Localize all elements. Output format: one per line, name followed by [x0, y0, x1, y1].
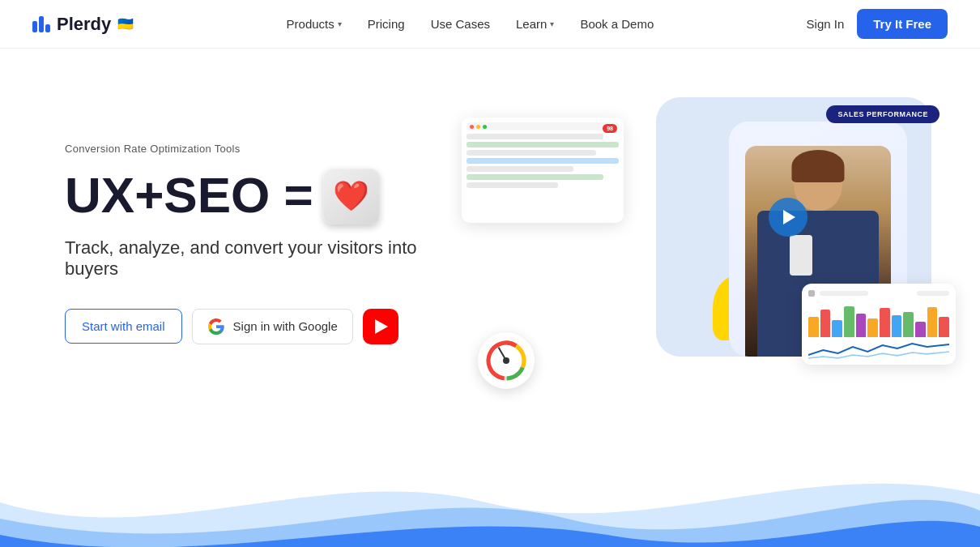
- header: Plerdy 🇺🇦 Products ▾ Pricing Use Cases L…: [0, 0, 980, 49]
- google-icon: [207, 318, 225, 335]
- line-chart: [808, 340, 949, 361]
- gauge-svg: [484, 338, 529, 383]
- ac-value: [917, 291, 949, 296]
- bar2: [39, 16, 44, 32]
- dot-green: [483, 125, 487, 129]
- sc-line2: [467, 142, 619, 147]
- bar7: [880, 308, 890, 337]
- bar10: [915, 322, 926, 337]
- bar4: [844, 306, 854, 337]
- hero-headline: UX+SEO = ❤️: [65, 168, 462, 224]
- bar1: [32, 21, 37, 32]
- bar-chart: [808, 300, 949, 340]
- nav-learn[interactable]: Learn ▾: [506, 11, 564, 37]
- gauge-card: [478, 332, 535, 389]
- nav-use-cases[interactable]: Use Cases: [421, 11, 500, 37]
- sc-line4: [467, 158, 619, 164]
- sign-in-google-button[interactable]: Sign in with Google: [192, 309, 353, 344]
- hero-illustration: 98 SALES PERFORMANCE: [462, 113, 915, 373]
- line-chart-svg: [808, 340, 949, 361]
- header-actions: Sign In Try It Free: [807, 9, 948, 39]
- ac-label: [820, 291, 868, 296]
- bar3: [45, 24, 50, 32]
- ac-header: [808, 290, 949, 297]
- chevron-down-icon: ▾: [550, 19, 554, 28]
- analytics-card: [802, 284, 956, 365]
- hero-tagline: Track, analyze, and convert your visitor…: [65, 237, 462, 280]
- logo[interactable]: Plerdy 🇺🇦: [32, 14, 134, 35]
- heart-key-icon: ❤️: [323, 168, 380, 224]
- bar11: [927, 307, 938, 337]
- bar9: [903, 312, 914, 338]
- sc-line6: [467, 174, 603, 180]
- bar12: [939, 317, 949, 337]
- logo-text: Plerdy: [57, 14, 111, 35]
- main-nav: Products ▾ Pricing Use Cases Learn ▾ Boo…: [277, 11, 664, 37]
- nav-products[interactable]: Products ▾: [277, 11, 352, 37]
- score-badge: 98: [603, 124, 617, 133]
- logo-icon: [32, 16, 50, 32]
- bar6: [867, 318, 878, 337]
- sign-in-link[interactable]: Sign In: [807, 17, 845, 31]
- sc-line3: [467, 150, 596, 156]
- bar8: [892, 315, 902, 337]
- play-triangle-icon: [783, 210, 795, 224]
- dot-red: [470, 125, 474, 129]
- bar3: [832, 320, 842, 337]
- sc-line7: [467, 182, 558, 188]
- bar1: [808, 317, 819, 337]
- play-icon: [375, 319, 388, 334]
- start-email-button[interactable]: Start with email: [65, 309, 182, 344]
- nav-pricing[interactable]: Pricing: [358, 11, 415, 37]
- play-button[interactable]: [769, 198, 807, 237]
- sc-header: [467, 122, 619, 130]
- hero-section: Conversion Rate Optimization Tools UX+SE…: [0, 49, 980, 438]
- bar5: [856, 314, 867, 337]
- screenshot-card: 98: [462, 118, 624, 223]
- sc-line5: [467, 166, 573, 172]
- hero-subtitle: Conversion Rate Optimization Tools: [65, 143, 462, 155]
- svg-point-5: [503, 357, 509, 364]
- logo-flag: 🇺🇦: [117, 16, 134, 32]
- nav-book-demo[interactable]: Book a Demo: [570, 11, 663, 37]
- hero-content: Conversion Rate Optimization Tools UX+SE…: [65, 143, 462, 344]
- sales-performance-badge: SALES PERFORMANCE: [826, 105, 940, 123]
- bar2: [820, 310, 831, 337]
- dot-yellow: [476, 125, 480, 129]
- sc-line1: [467, 134, 603, 139]
- wave-svg: [0, 438, 980, 547]
- try-free-button[interactable]: Try It Free: [857, 9, 948, 39]
- youtube-button[interactable]: [363, 309, 398, 344]
- ac-icon: [808, 290, 815, 297]
- hero-buttons: Start with email Sign in with Google: [65, 309, 462, 344]
- chevron-down-icon: ▾: [338, 19, 342, 28]
- wave-section: [0, 438, 980, 547]
